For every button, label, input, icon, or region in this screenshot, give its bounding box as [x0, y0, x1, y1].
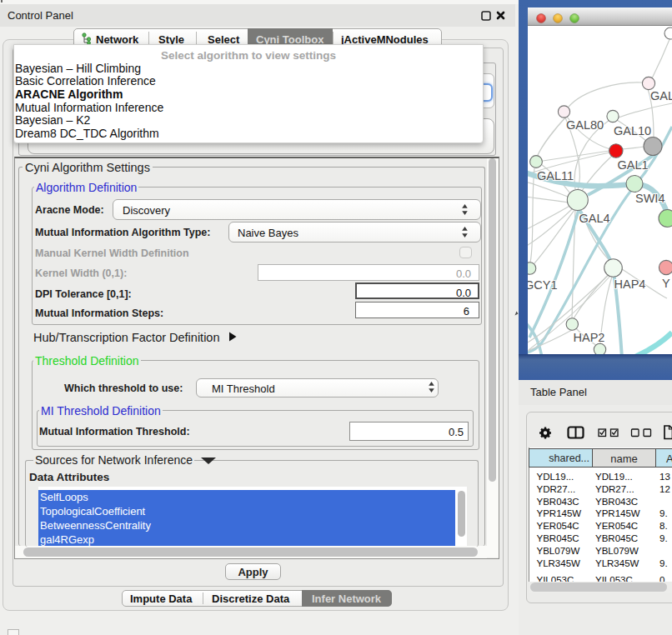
- svg-text:Y: Y: [662, 277, 670, 290]
- svg-text:GAL4: GAL4: [579, 212, 610, 225]
- svg-text:GAL2: GAL2: [650, 89, 672, 102]
- svg-text:GAL80: GAL80: [566, 118, 604, 132]
- svg-text:HAP4: HAP4: [614, 278, 646, 291]
- svg-text:GAL10: GAL10: [614, 124, 651, 138]
- svg-text:HAP2: HAP2: [574, 331, 605, 344]
- svg-text:SWI4: SWI4: [635, 192, 664, 205]
- svg-text:GAL11: GAL11: [537, 169, 574, 182]
- svg-text:GAL1: GAL1: [618, 158, 649, 172]
- svg-text:GCY1: GCY1: [528, 278, 558, 292]
